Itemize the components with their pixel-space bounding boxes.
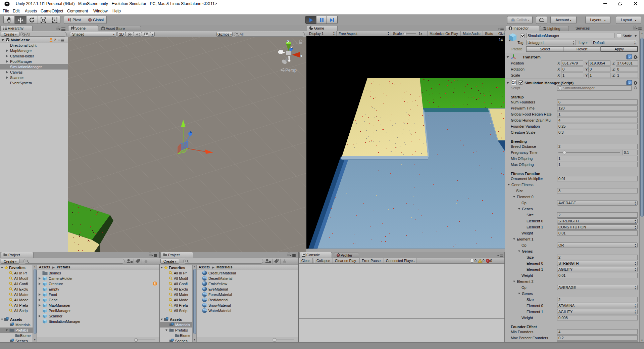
svg-text:z: z [291,45,293,49]
svg-text:!: ! [487,259,488,263]
svg-text:1x: 1x [499,37,503,42]
svg-text:x: x [300,54,302,58]
svg-text:?: ? [629,55,630,58]
svg-text:Persp: Persp [285,68,297,73]
svg-text:C#: C# [512,81,516,85]
svg-text:?: ? [629,81,630,84]
svg-text:!: ! [480,260,480,263]
svg-text:C#: C# [559,87,562,90]
svg-text:y: y [287,39,290,43]
svg-text:!: ! [472,259,473,263]
